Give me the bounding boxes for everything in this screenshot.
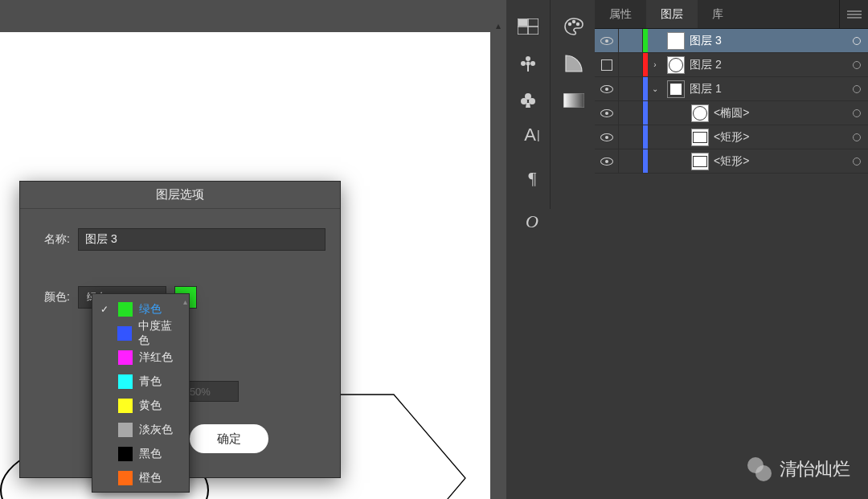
name-input[interactable] xyxy=(78,228,326,251)
color-option-label: 橙色 xyxy=(139,471,162,485)
svg-point-11 xyxy=(521,98,527,104)
layer-lock-column[interactable] xyxy=(619,101,643,125)
color-option[interactable]: 黑色 xyxy=(92,442,189,466)
visibility-eye-icon[interactable] xyxy=(595,101,619,125)
visibility-eye-icon[interactable] xyxy=(595,29,619,52)
visibility-box-icon[interactable] xyxy=(595,53,619,76)
layer-name-label[interactable]: 图层 1 xyxy=(690,82,845,96)
color-swatch xyxy=(118,350,133,365)
paragraph-icon[interactable]: ¶ xyxy=(522,162,542,194)
layer-row[interactable]: ›图层 2 xyxy=(595,53,868,77)
layer-name-label[interactable]: <矩形> xyxy=(714,154,845,169)
palette-icon[interactable] xyxy=(559,11,589,42)
layer-name-label[interactable]: <椭圆> xyxy=(714,106,845,121)
grid-icon[interactable] xyxy=(513,11,543,42)
ok-button[interactable]: 确定 xyxy=(190,424,268,453)
type-tool-icon[interactable]: A| xyxy=(522,119,542,151)
svg-point-14 xyxy=(573,21,575,23)
color-option-label: 黑色 xyxy=(139,447,162,461)
layer-thumbnail xyxy=(691,153,709,170)
color-option[interactable]: 洋红色 xyxy=(92,346,189,370)
tab-properties[interactable]: 属性 xyxy=(595,0,646,28)
layer-target-icon[interactable] xyxy=(845,149,868,173)
name-row: 名称: xyxy=(35,228,326,251)
visibility-eye-icon[interactable] xyxy=(595,149,619,173)
svg-rect-9 xyxy=(527,65,529,72)
quarter-circle-icon[interactable] xyxy=(559,48,589,79)
visibility-eye-icon[interactable] xyxy=(595,77,619,100)
oval-o-icon[interactable]: O xyxy=(522,206,542,238)
color-option-label: 青色 xyxy=(139,374,162,389)
layer-thumbnail xyxy=(691,129,709,146)
color-option[interactable]: 橙色 xyxy=(92,466,189,490)
color-swatch xyxy=(118,423,133,437)
scroll-up-icon[interactable]: ▴ xyxy=(490,18,506,34)
panel-tabs: 属性 图层 库 xyxy=(595,0,868,29)
layer-row[interactable]: <椭圆> xyxy=(595,101,868,125)
layer-color-bar xyxy=(643,29,648,52)
layer-thumbnail xyxy=(667,80,685,98)
layer-name-label[interactable]: 图层 3 xyxy=(690,34,845,48)
tool-column-left xyxy=(513,11,543,116)
layer-lock-column[interactable] xyxy=(619,149,643,173)
color-option[interactable]: 中度蓝色 xyxy=(92,321,189,346)
color-swatch xyxy=(118,447,133,461)
watermark-text: 清怡灿烂 xyxy=(780,457,850,481)
svg-point-7 xyxy=(530,61,535,66)
layer-list: 图层 3›图层 2⌄图层 1<椭圆><矩形><矩形> xyxy=(595,29,868,174)
color-option[interactable]: ✓绿色 xyxy=(92,297,189,321)
svg-rect-4 xyxy=(518,19,527,26)
color-dropdown[interactable]: ▴ ✓绿色中度蓝色洋红色青色黄色淡灰色黑色橙色 xyxy=(92,293,190,493)
layer-row[interactable]: 图层 3 xyxy=(595,29,868,53)
canvas-scrollbar[interactable] xyxy=(490,0,506,499)
layer-row[interactable]: ⌄图层 1 xyxy=(595,77,868,101)
layer-target-icon[interactable] xyxy=(845,125,868,149)
layer-name-label[interactable]: 图层 2 xyxy=(690,58,845,72)
dialog-title: 图层选项 xyxy=(20,182,340,209)
layer-name-label[interactable]: <矩形> xyxy=(714,130,845,145)
gradient-icon[interactable] xyxy=(559,85,589,116)
expand-arrow-icon[interactable]: ⌄ xyxy=(648,84,662,93)
watermark: 清怡灿烂 xyxy=(747,457,850,481)
svg-point-13 xyxy=(569,23,571,26)
color-swatch xyxy=(118,399,133,413)
layer-lock-column[interactable] xyxy=(619,53,643,76)
svg-point-5 xyxy=(526,56,530,61)
color-option-label: 中度蓝色 xyxy=(138,319,181,348)
panel-area: 属性 图层 库 图层 3›图层 2⌄图层 1<椭圆><矩形><矩形> xyxy=(595,0,868,499)
layer-thumbnail xyxy=(667,56,685,74)
svg-point-12 xyxy=(529,98,535,104)
flower-icon[interactable] xyxy=(513,48,543,79)
layer-target-icon[interactable] xyxy=(845,29,868,52)
panel-menu-icon[interactable] xyxy=(839,0,868,28)
color-option[interactable]: 淡灰色 xyxy=(92,418,189,442)
tab-layers[interactable]: 图层 xyxy=(646,0,698,28)
tool-column-right xyxy=(559,11,589,116)
layer-color-bar xyxy=(643,125,648,149)
layer-target-icon[interactable] xyxy=(845,101,868,125)
layer-thumbnail xyxy=(667,32,685,50)
svg-point-15 xyxy=(577,23,579,26)
color-option-label: 淡灰色 xyxy=(139,423,173,437)
color-option-label: 黄色 xyxy=(139,399,162,413)
layer-color-bar xyxy=(643,101,648,125)
visibility-eye-icon[interactable] xyxy=(595,125,619,149)
layer-color-bar xyxy=(643,149,648,173)
layer-lock-column[interactable] xyxy=(619,125,643,149)
tab-library[interactable]: 库 xyxy=(698,0,738,28)
color-option[interactable]: 青色 xyxy=(92,370,189,394)
club-icon[interactable] xyxy=(513,85,543,116)
color-option-label: 洋红色 xyxy=(139,350,173,365)
layer-lock-column[interactable] xyxy=(619,77,643,100)
canvas-top-bar xyxy=(0,0,490,32)
color-option[interactable]: 黄色 xyxy=(92,394,189,418)
svg-point-6 xyxy=(521,61,526,66)
layer-row[interactable]: <矩形> xyxy=(595,149,868,174)
layer-target-icon[interactable] xyxy=(845,53,868,76)
layer-row[interactable]: <矩形> xyxy=(595,125,868,149)
layer-lock-column[interactable] xyxy=(619,29,643,52)
color-option-label: 绿色 xyxy=(139,302,162,317)
layer-target-icon[interactable] xyxy=(845,77,868,100)
name-label: 名称: xyxy=(35,232,70,247)
expand-arrow-icon[interactable]: › xyxy=(648,60,662,69)
